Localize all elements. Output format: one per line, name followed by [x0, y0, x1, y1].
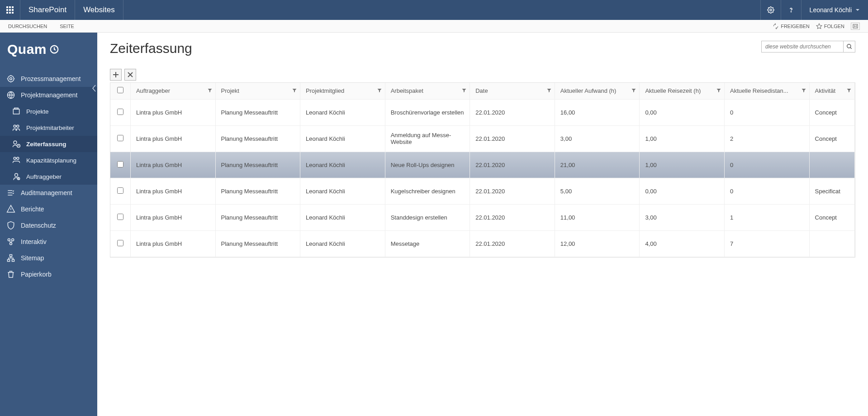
column-header[interactable]: Aktivität	[809, 83, 854, 99]
cell-aktivitaet: Concept	[809, 99, 854, 125]
star-icon	[816, 23, 822, 29]
nav-item-sitemap[interactable]: Sitemap	[0, 250, 97, 266]
svg-point-14	[10, 78, 12, 80]
nav-item-auftraggeber[interactable]: Auftraggeber	[0, 168, 97, 185]
nav-label: Datenschutz	[21, 222, 56, 229]
cell-projekt: Planung Messeauftritt	[215, 204, 300, 230]
user-menu[interactable]: Leonard Köchli	[801, 0, 868, 20]
nav-icon	[12, 139, 21, 148]
delete-button[interactable]	[124, 69, 136, 81]
filter-icon[interactable]	[546, 87, 552, 94]
chevron-down-icon	[855, 8, 860, 12]
row-checkbox[interactable]	[117, 240, 123, 246]
ribbon-tab-browse[interactable]: DURCHSUCHEN	[8, 24, 47, 29]
svg-point-9	[770, 9, 772, 11]
nav-item-kapazitätsplanung[interactable]: Kapazitätsplanung	[0, 152, 97, 168]
cell-date: 22.01.2020	[470, 125, 555, 152]
collapse-sidebar[interactable]	[91, 83, 98, 95]
cell-aktivitaet	[809, 230, 854, 257]
search-button[interactable]	[843, 41, 855, 52]
nav-item-interaktiv[interactable]: Interaktiv	[0, 234, 97, 250]
row-checkbox[interactable]	[117, 161, 123, 167]
settings-button[interactable]	[760, 0, 781, 20]
column-header[interactable]: Arbeitspaket	[385, 83, 470, 99]
help-button[interactable]	[781, 0, 801, 20]
nav-item-projektmitarbeiter[interactable]: Projektmitarbeiter	[0, 120, 97, 136]
suite-app-link[interactable]: SharePoint	[20, 0, 75, 20]
svg-point-20	[17, 125, 19, 127]
svg-line-34	[850, 48, 851, 49]
share-button[interactable]: FREIGEBEN	[773, 23, 810, 29]
cell-mitglied: Leonard Köchli	[300, 178, 385, 204]
table-row[interactable]: Lintra plus GmbHPlanung MesseauftrittLeo…	[110, 99, 855, 125]
row-checkbox[interactable]	[117, 187, 123, 194]
cell-mitglied: Leonard Köchli	[300, 204, 385, 230]
svg-point-24	[17, 157, 19, 159]
row-checkbox[interactable]	[117, 135, 123, 141]
cell-auftraggeber: Lintra plus GmbH	[130, 178, 215, 204]
nav-item-projekte[interactable]: Projekte	[0, 103, 97, 120]
cell-aktivitaet: Specificat	[809, 178, 854, 204]
nav-item-papierkorb[interactable]: Papierkorb	[0, 266, 97, 282]
column-header[interactable]: Aktueller Aufwand (h)	[555, 83, 640, 99]
filter-icon[interactable]	[846, 87, 852, 94]
filter-icon[interactable]	[292, 87, 297, 94]
nav-label: Zeiterfassung	[26, 141, 66, 148]
cell-auftraggeber: Lintra plus GmbH	[130, 125, 215, 152]
filter-icon[interactable]	[207, 87, 213, 94]
filter-icon[interactable]	[461, 87, 467, 94]
cell-projekt: Planung Messeauftritt	[215, 152, 300, 178]
svg-rect-30	[10, 255, 12, 257]
svg-rect-17	[13, 109, 19, 114]
follow-button[interactable]: FOLGEN	[816, 23, 844, 29]
search-input[interactable]	[762, 41, 843, 52]
table-row[interactable]: Lintra plus GmbHPlanung MesseauftrittLeo…	[110, 152, 855, 178]
nav-item-projektmanagement[interactable]: Projektmanagement	[0, 87, 97, 103]
table-row[interactable]: Lintra plus GmbHPlanung MesseauftrittLeo…	[110, 230, 855, 257]
data-table: AuftraggeberProjektProjektmitgliedArbeit…	[110, 82, 855, 258]
suite-section-link[interactable]: Websites	[75, 0, 123, 20]
nav-icon	[12, 123, 21, 132]
row-checkbox[interactable]	[117, 214, 123, 220]
filter-icon[interactable]	[801, 87, 806, 94]
nav-item-zeiterfassung[interactable]: Zeiterfassung	[0, 136, 97, 152]
cell-projekt: Planung Messeauftritt	[215, 125, 300, 152]
filter-icon[interactable]	[716, 87, 721, 94]
nav-icon	[12, 156, 21, 165]
focus-content-button[interactable]	[851, 23, 860, 30]
cell-auftraggeber: Lintra plus GmbH	[130, 204, 215, 230]
nav-label: Sitemap	[21, 254, 44, 262]
svg-point-25	[15, 173, 18, 177]
column-header[interactable]: Aktuelle Reisezeit (h)	[640, 83, 725, 99]
nav-item-datenschutz[interactable]: Datenschutz	[0, 217, 97, 234]
brand-logo[interactable]: Quam	[0, 33, 97, 62]
svg-rect-6	[6, 12, 8, 14]
cell-aktivitaet: Concept	[809, 125, 854, 152]
cell-reisezeit: 1,00	[640, 125, 725, 152]
nav-item-auditmanagement[interactable]: Auditmanagement	[0, 185, 97, 201]
nav-item-berichte[interactable]: Berichte	[0, 201, 97, 217]
filter-icon[interactable]	[377, 87, 382, 94]
nav-icon	[6, 270, 15, 279]
svg-rect-0	[6, 6, 8, 8]
row-checkbox[interactable]	[117, 109, 123, 115]
nav-label: Projektmanagement	[21, 91, 77, 99]
column-header[interactable]: Auftraggeber	[130, 83, 215, 99]
add-button[interactable]	[110, 69, 122, 81]
column-header[interactable]: Projekt	[215, 83, 300, 99]
ribbon-tab-page[interactable]: SEITE	[60, 24, 74, 29]
nav-item-prozessmanagement[interactable]: Prozessmanagement	[0, 71, 97, 87]
nav: ProzessmanagementProjektmanagementProjek…	[0, 71, 97, 282]
app-launcher[interactable]	[0, 0, 20, 20]
nav-label: Projektmitarbeiter	[26, 124, 74, 131]
column-header[interactable]: Date	[470, 83, 555, 99]
select-all-checkbox[interactable]	[117, 87, 123, 93]
svg-rect-4	[9, 9, 11, 11]
svg-rect-8	[12, 12, 14, 14]
table-row[interactable]: Lintra plus GmbHPlanung MesseauftrittLeo…	[110, 178, 855, 204]
filter-icon[interactable]	[631, 87, 636, 94]
table-row[interactable]: Lintra plus GmbHPlanung MesseauftrittLeo…	[110, 125, 855, 152]
column-header[interactable]: Aktuelle Reisedistan...	[724, 83, 809, 99]
column-header[interactable]: Projektmitglied	[300, 83, 385, 99]
table-row[interactable]: Lintra plus GmbHPlanung MesseauftrittLeo…	[110, 204, 855, 230]
